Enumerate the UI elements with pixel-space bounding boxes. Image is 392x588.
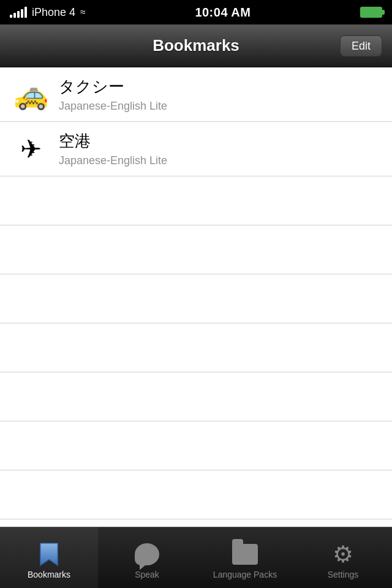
speak-tab-icon <box>134 541 160 567</box>
signal-bars-icon <box>10 7 27 18</box>
language-packs-tab-icon <box>232 541 258 567</box>
tab-settings-label: Settings <box>328 570 359 579</box>
tab-bar: Bookmarks Speak Language Packs ⚙ Setting… <box>0 527 392 588</box>
status-time: 10:04 AM <box>195 6 251 20</box>
bookmark-subtitle-taxi: Japanese-English Lite <box>59 100 167 113</box>
empty-row <box>0 225 392 274</box>
edit-button[interactable]: Edit <box>340 35 382 56</box>
empty-row <box>0 470 392 519</box>
tab-speak[interactable]: Speak <box>98 527 196 588</box>
wifi-icon: ≈ <box>80 7 86 18</box>
carrier-label: iPhone 4 <box>32 6 75 19</box>
bookmarks-tab-icon <box>36 541 62 567</box>
list-item[interactable]: 🚕 タクシー Japanese-English Lite <box>0 67 392 122</box>
page-title: Bookmarks <box>153 36 239 55</box>
battery-icon <box>360 7 382 18</box>
taxi-icon: 🚕 <box>12 76 49 113</box>
empty-row <box>0 519 392 527</box>
nav-bar: Bookmarks Edit <box>0 24 392 67</box>
tab-bookmarks[interactable]: Bookmarks <box>0 527 98 588</box>
empty-row <box>0 274 392 323</box>
list-text-airport: 空港 Japanese-English Lite <box>59 130 167 167</box>
empty-row <box>0 323 392 372</box>
status-left: iPhone 4 ≈ <box>10 6 86 19</box>
status-bar: iPhone 4 ≈ 10:04 AM <box>0 0 392 24</box>
empty-row <box>0 372 392 421</box>
tab-language-packs[interactable]: Language Packs <box>196 527 294 588</box>
list-item[interactable]: ✈ 空港 Japanese-English Lite <box>0 122 392 176</box>
empty-row <box>0 176 392 225</box>
plane-icon: ✈ <box>12 130 49 167</box>
bookmark-subtitle-airport: Japanese-English Lite <box>59 154 167 167</box>
tab-settings[interactable]: ⚙ Settings <box>294 527 392 588</box>
status-right <box>360 7 382 18</box>
bookmark-title-airport: 空港 <box>59 130 167 152</box>
tab-language-packs-label: Language Packs <box>213 570 277 579</box>
list-text-taxi: タクシー Japanese-English Lite <box>59 76 167 113</box>
empty-row <box>0 421 392 470</box>
settings-tab-icon: ⚙ <box>330 541 356 567</box>
content-area: 🚕 タクシー Japanese-English Lite ✈ 空港 Japane… <box>0 67 392 527</box>
tab-speak-label: Speak <box>135 570 159 579</box>
bookmark-title-taxi: タクシー <box>59 76 167 97</box>
tab-bookmarks-label: Bookmarks <box>28 570 70 579</box>
